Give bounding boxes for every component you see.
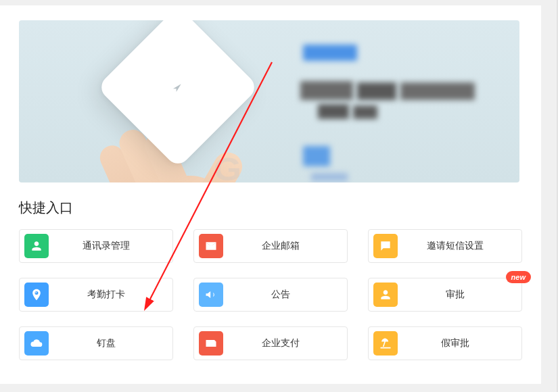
- blurred-text: [353, 105, 377, 119]
- blurred-text: [303, 146, 330, 166]
- entry-leave-button[interactable]: 假审批: [368, 326, 522, 360]
- contacts-icon: [24, 234, 49, 258]
- megaphone-icon: [199, 283, 223, 307]
- entry-label: 企业支付: [223, 337, 338, 349]
- entry-email-button[interactable]: 企业邮箱: [193, 229, 348, 263]
- blurred-text: [357, 82, 396, 100]
- blurred-text: [400, 82, 475, 100]
- entry-drive-button[interactable]: 钉盘: [19, 326, 173, 360]
- blurred-text: [311, 173, 348, 181]
- entry-contacts-button[interactable]: 通讯录管理: [19, 229, 173, 263]
- cloud-icon: [24, 331, 49, 356]
- person-icon: [373, 283, 398, 307]
- clock-pin-icon: [24, 283, 49, 307]
- blurred-text: [303, 45, 357, 61]
- section-title: 快捷入口: [19, 199, 522, 217]
- blurred-text: [318, 104, 349, 119]
- mail-icon: [199, 234, 223, 258]
- hero-banner: G: [19, 20, 519, 182]
- entry-label: 钉盘: [49, 337, 163, 349]
- quick-entries-grid: 通讯录管理 企业邮箱 邀请短信设置 考勤打卡 公告: [19, 229, 522, 360]
- entry-label: 公告: [223, 289, 338, 301]
- wallet-icon: [199, 331, 223, 356]
- entry-approval-button[interactable]: 审批 new: [368, 278, 522, 312]
- entry-label: 审批: [398, 289, 512, 301]
- entry-label: 假审批: [398, 337, 512, 349]
- entry-label: 企业邮箱: [223, 240, 338, 252]
- entry-pay-button[interactable]: 企业支付: [193, 326, 348, 360]
- entry-label: 邀请短信设置: [398, 240, 512, 252]
- entry-label: 通讯录管理: [49, 240, 163, 252]
- entry-announce-button[interactable]: 公告: [193, 278, 348, 312]
- entry-attendance-button[interactable]: 考勤打卡: [19, 278, 173, 312]
- new-badge: new: [506, 271, 531, 283]
- chat-icon: [373, 234, 398, 258]
- watermark: G: [214, 151, 243, 182]
- entry-label: 考勤打卡: [49, 289, 163, 301]
- entry-sms-button[interactable]: 邀请短信设置: [368, 229, 522, 263]
- blurred-text: [300, 81, 353, 100]
- vacation-icon: [373, 331, 398, 356]
